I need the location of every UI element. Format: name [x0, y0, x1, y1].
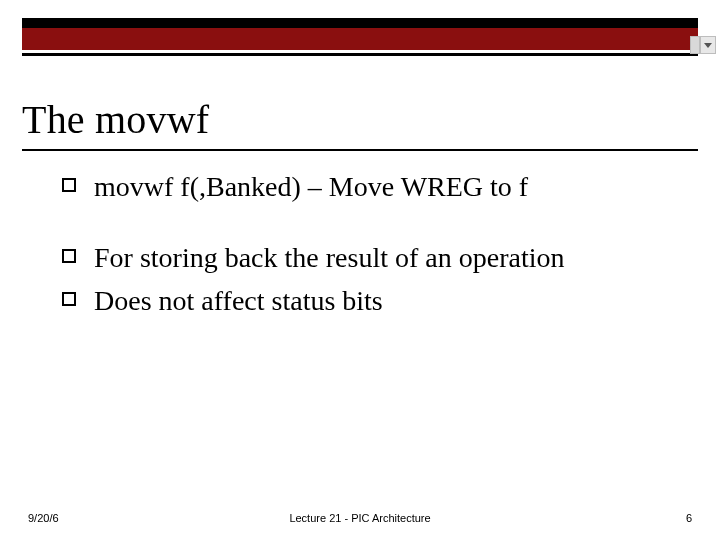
bullet-text: For storing back the result of an operat…	[94, 240, 564, 275]
bar-maroon	[22, 28, 698, 50]
svg-marker-0	[704, 43, 712, 48]
bullet-text: Does not affect status bits	[94, 283, 383, 318]
bullet-text: movwf f(,Banked) – Move WREG to f	[94, 169, 528, 204]
footer-date: 9/20/6	[28, 512, 59, 524]
slide: The movwf movwf f(,Banked) – Move WREG t…	[0, 0, 720, 540]
bullet-item: movwf f(,Banked) – Move WREG to f	[62, 169, 672, 204]
footer-page-number: 6	[686, 512, 692, 524]
spacer	[62, 212, 672, 240]
square-bullet-icon	[62, 292, 76, 306]
bar-black-thick	[22, 18, 698, 28]
square-bullet-icon	[62, 178, 76, 192]
chevron-down-icon	[704, 41, 712, 49]
footer: 9/20/6 Lecture 21 - PIC Architecture 6	[0, 512, 720, 524]
bullet-item: Does not affect status bits	[62, 283, 672, 318]
square-bullet-icon	[62, 249, 76, 263]
title-area: The movwf	[22, 96, 698, 151]
footer-lecture-title: Lecture 21 - PIC Architecture	[289, 512, 430, 524]
slide-title: The movwf	[22, 96, 698, 143]
scrollbar-track	[690, 36, 700, 54]
scroll-down-button[interactable]	[700, 36, 716, 54]
decorative-top-bars	[0, 0, 720, 56]
bullet-item: For storing back the result of an operat…	[62, 240, 672, 275]
content-area: movwf f(,Banked) – Move WREG to f For st…	[62, 169, 672, 318]
bar-black-thin	[22, 53, 698, 56]
scrollbar-fragment	[690, 36, 716, 54]
